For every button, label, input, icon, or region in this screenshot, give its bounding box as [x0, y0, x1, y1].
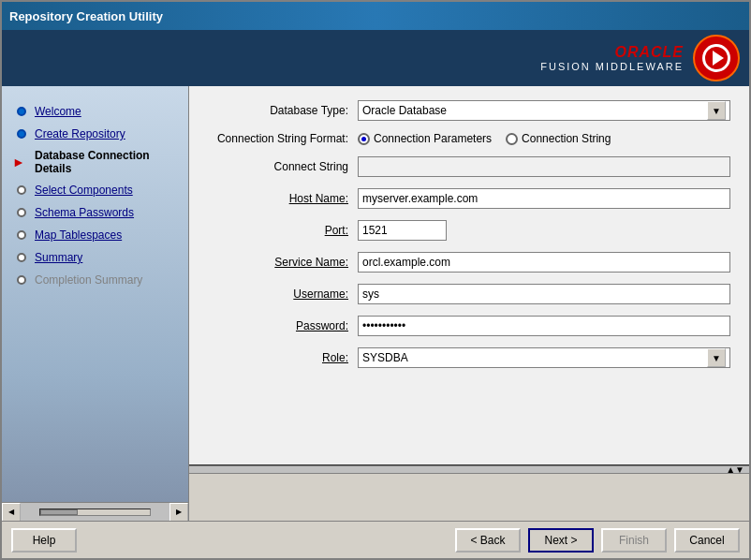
database-type-row: Database Type: Oracle Database ▼ — [208, 100, 730, 121]
username-row: Username: — [208, 284, 730, 304]
port-control — [358, 220, 451, 241]
oracle-brand: ORACLE FUSION MIDDLEWARE — [540, 44, 684, 72]
service-name-label: Service Name: — [208, 256, 358, 269]
host-name-row: Host Name: — [208, 188, 730, 209]
database-type-value: Oracle Database — [362, 104, 707, 117]
title-bar: Repository Creation Utility — [2, 2, 749, 30]
port-row: Port: — [208, 220, 730, 241]
content-panel: Database Type: Oracle Database ▼ Connect… — [189, 86, 749, 521]
password-row: Password: — [208, 316, 730, 336]
oracle-logo-inner — [702, 44, 730, 72]
host-name-label: Host Name: — [208, 192, 358, 205]
sidebar-item-schema-passwords[interactable]: Schema Passwords — [7, 201, 184, 224]
role-row: Role: SYSDBA ▼ — [208, 347, 730, 368]
host-name-input[interactable] — [358, 188, 730, 209]
radio-string-label: Connection String — [522, 132, 611, 145]
service-name-control — [358, 252, 730, 273]
sidebar-item-create-repository[interactable]: Create Repository — [7, 123, 184, 145]
oracle-logo — [693, 35, 740, 81]
database-type-arrow-icon[interactable]: ▼ — [707, 101, 726, 120]
scrollbar-track — [39, 508, 151, 516]
scroll-left-button[interactable]: ◀ — [2, 503, 21, 522]
database-type-label: Database Type: — [208, 104, 358, 117]
log-output-area: ▲▼ — [189, 464, 749, 521]
radio-connection-params[interactable]: Connection Parameters — [358, 132, 492, 145]
service-name-row: Service Name: — [208, 252, 730, 273]
footer-right-buttons: < Back Next > Finish Cancel — [455, 528, 740, 553]
connect-string-input — [358, 156, 730, 177]
sidebar-item-select-components[interactable]: Select Components — [7, 179, 184, 201]
radio-params-input[interactable] — [358, 133, 370, 145]
role-control: SYSDBA ▼ — [358, 347, 730, 368]
scrollbar-thumb[interactable] — [40, 509, 78, 515]
connection-format-label: Connection String Format: — [208, 132, 358, 145]
database-type-control: Oracle Database ▼ — [358, 100, 730, 121]
username-label: Username: — [208, 287, 358, 301]
oracle-text: ORACLE — [614, 44, 684, 61]
role-dropdown-arrow-icon[interactable]: ▼ — [707, 348, 726, 367]
radio-group-connection-format: Connection Parameters Connection String — [358, 132, 730, 145]
role-dropdown[interactable]: SYSDBA ▼ — [358, 347, 730, 368]
bullet-welcome — [14, 104, 29, 119]
password-input[interactable] — [358, 316, 730, 336]
bullet-completion-summary — [14, 273, 29, 287]
resize-handle[interactable]: ▲▼ — [726, 464, 744, 475]
sidebar-item-welcome[interactable]: Welcome — [7, 100, 184, 123]
help-button[interactable]: Help — [11, 528, 77, 553]
connection-format-row: Connection String Format: Connection Par… — [208, 132, 730, 145]
bullet-map-tablespaces — [14, 228, 29, 243]
database-type-dropdown[interactable]: Oracle Database ▼ — [358, 100, 730, 121]
radio-params-label: Connection Parameters — [374, 132, 492, 145]
cancel-button[interactable]: Cancel — [674, 528, 740, 553]
oracle-logo-arrow-icon — [713, 51, 724, 66]
scroll-right-button[interactable]: ▶ — [169, 503, 188, 522]
sidebar-scrollbar: ◀ ▶ — [2, 502, 188, 521]
sidebar-item-summary[interactable]: Summary — [7, 246, 184, 269]
fusion-middleware-text: FUSION MIDDLEWARE — [540, 61, 684, 72]
bullet-select-components — [14, 183, 29, 198]
bullet-create-repository — [14, 126, 29, 141]
finish-button: Finish — [601, 528, 667, 553]
bullet-summary — [14, 250, 29, 265]
password-label: Password: — [208, 319, 358, 332]
role-value: SYSDBA — [362, 351, 707, 364]
port-input[interactable] — [358, 220, 447, 241]
service-name-input[interactable] — [358, 252, 730, 273]
back-button[interactable]: < Back — [455, 528, 521, 553]
footer: Help < Back Next > Finish Cancel — [2, 521, 749, 558]
role-label: Role: — [208, 351, 358, 364]
next-button[interactable]: Next > — [528, 528, 594, 553]
footer-left-buttons: Help — [11, 528, 77, 553]
connection-format-control: Connection Parameters Connection String — [358, 132, 730, 145]
radio-string-input[interactable] — [506, 133, 518, 145]
host-name-control — [358, 188, 730, 209]
connect-string-control — [358, 156, 730, 177]
password-control — [358, 316, 730, 336]
main-window: Repository Creation Utility ORACLE FUSIO… — [0, 0, 751, 560]
form-area: Database Type: Oracle Database ▼ Connect… — [189, 86, 749, 464]
radio-connection-string[interactable]: Connection String — [506, 132, 611, 145]
sidebar-item-database-connection: ► Database Connection Details — [7, 145, 184, 179]
main-content: Welcome Create Repository ► Database Con… — [2, 86, 749, 521]
oracle-header: ORACLE FUSION MIDDLEWARE — [2, 30, 749, 86]
bullet-schema-passwords — [14, 205, 29, 220]
connect-string-label: Connect String — [208, 160, 358, 173]
connect-string-row: Connect String — [208, 156, 730, 177]
sidebar-item-map-tablespaces[interactable]: Map Tablespaces — [7, 224, 184, 246]
sidebar: Welcome Create Repository ► Database Con… — [2, 86, 189, 521]
bullet-database-connection: ► — [14, 155, 29, 169]
username-control — [358, 284, 730, 304]
window-title: Repository Creation Utility — [9, 9, 163, 23]
sidebar-item-completion-summary: Completion Summary — [7, 269, 184, 291]
username-input[interactable] — [358, 284, 730, 304]
sidebar-nav: Welcome Create Repository ► Database Con… — [2, 96, 188, 296]
port-label: Port: — [208, 224, 358, 237]
